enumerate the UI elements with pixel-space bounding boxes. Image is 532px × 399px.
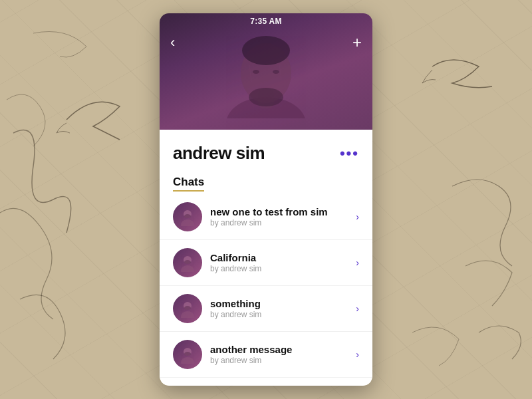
chat-title-4: another message — [210, 344, 350, 355]
chat-avatar-2 — [173, 248, 202, 277]
status-bar: 7:35 AM — [160, 13, 372, 29]
chat-item-1[interactable]: new one to test from sim by andrew sim › — [160, 194, 372, 240]
svg-point-14 — [184, 260, 191, 264]
chat-item-2[interactable]: California by andrew sim › — [160, 240, 372, 286]
chats-label: Chats — [173, 176, 204, 192]
chat-title-2: California — [210, 252, 350, 263]
chat-item-3[interactable]: something by andrew sim › — [160, 286, 372, 332]
svg-point-5 — [253, 70, 259, 74]
chat-avatar-3 — [173, 294, 202, 323]
chat-info-4: another message by andrew sim — [210, 344, 350, 365]
chat-subtitle-1: by andrew sim — [210, 218, 350, 227]
profile-name: andrew sim — [173, 143, 265, 164]
chat-subtitle-2: by andrew sim — [210, 264, 350, 273]
chat-avatar-4 — [173, 340, 202, 369]
svg-point-20 — [184, 352, 191, 356]
back-button[interactable]: ‹ — [170, 35, 175, 50]
svg-point-6 — [273, 70, 279, 74]
chat-chevron-3: › — [356, 303, 359, 314]
chat-info-1: new one to test from sim by andrew sim — [210, 206, 350, 227]
chat-subtitle-4: by andrew sim — [210, 356, 350, 365]
more-options-button[interactable]: ••• — [340, 146, 359, 161]
chat-title-3: something — [210, 298, 350, 309]
content-area: andrew sim ••• Chats new one to test fro… — [160, 130, 372, 386]
nav-bar: ‹ + — [160, 29, 372, 56]
chat-chevron-2: › — [356, 257, 359, 268]
chat-list: new one to test from sim by andrew sim ›… — [160, 194, 372, 378]
svg-point-10 — [181, 219, 194, 226]
chat-chevron-4: › — [356, 349, 359, 360]
profile-photo-header: 7:35 AM ‹ + — [160, 13, 372, 130]
chat-avatar-1 — [173, 202, 202, 231]
profile-section: andrew sim ••• — [160, 130, 372, 170]
chats-section-header: Chats — [160, 170, 372, 194]
chat-title-1: new one to test from sim — [210, 206, 350, 217]
svg-point-13 — [181, 265, 194, 272]
svg-point-17 — [184, 306, 191, 310]
svg-point-19 — [181, 357, 194, 364]
svg-point-4 — [249, 88, 283, 106]
svg-point-11 — [184, 214, 191, 218]
svg-point-16 — [181, 311, 194, 318]
status-time: 7:35 AM — [250, 17, 282, 26]
phone-card: 7:35 AM ‹ + — [160, 13, 372, 386]
chat-subtitle-3: by andrew sim — [210, 310, 350, 319]
chat-info-2: California by andrew sim — [210, 252, 350, 273]
chat-item-4[interactable]: another message by andrew sim › — [160, 332, 372, 378]
add-button[interactable]: + — [352, 35, 362, 51]
chat-info-3: something by andrew sim — [210, 298, 350, 319]
chat-chevron-1: › — [356, 211, 359, 222]
